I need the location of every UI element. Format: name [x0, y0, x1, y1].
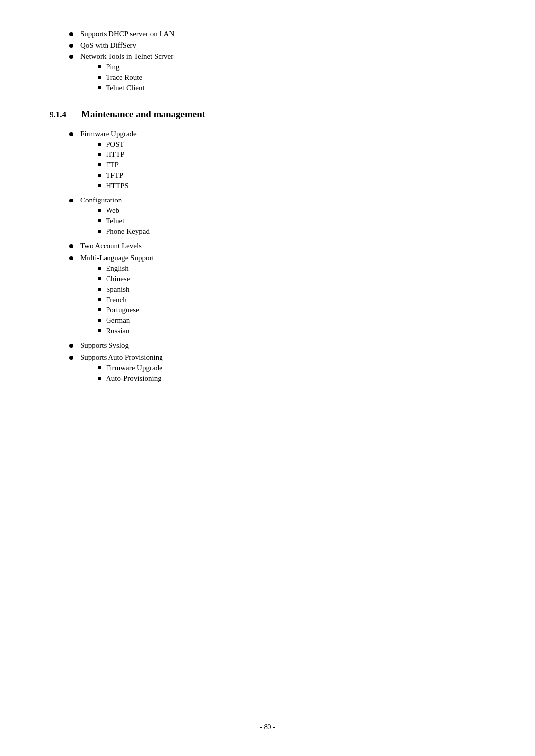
- list-item: Supports DHCP server on LAN: [69, 30, 485, 38]
- sub-item-text: Telnet: [106, 217, 124, 225]
- bullet-circle-icon: [69, 344, 73, 348]
- bullet-square-icon: [98, 184, 101, 187]
- bullet-square-icon: [98, 65, 101, 68]
- list-item: Phone Keypad: [98, 227, 150, 236]
- bullet-square-icon: [98, 298, 101, 301]
- bullet-square-icon: [98, 143, 101, 146]
- sub-item-text: Russian: [106, 327, 130, 335]
- sub-item-text: English: [106, 264, 129, 273]
- list-item: Spanish: [98, 285, 154, 294]
- sub-item-text: Web: [106, 206, 119, 215]
- page-content: Supports DHCP server on LAN QoS with Dif…: [50, 30, 485, 385]
- list-item: German: [98, 316, 154, 325]
- bullet-square-icon: [98, 86, 101, 89]
- bullet-circle-icon: [69, 132, 73, 136]
- item-text: Configuration: [80, 196, 122, 204]
- item-text: Network Tools in Telnet Server: [80, 52, 173, 61]
- list-item: Ping: [98, 63, 173, 71]
- bullet-circle-icon: [69, 32, 73, 36]
- item-with-sub: Supports Auto Provisioning Firmware Upgr…: [69, 353, 163, 385]
- list-item: Web: [98, 206, 150, 215]
- bullet-square-icon: [98, 174, 101, 177]
- item-text: QoS with DiffServ: [80, 41, 136, 50]
- list-item: HTTP: [98, 151, 137, 159]
- sub-list: English Chinese Spanish French: [98, 264, 154, 335]
- sub-item-text: POST: [106, 140, 124, 149]
- list-item: FTP: [98, 161, 137, 169]
- list-item: QoS with DiffServ: [69, 41, 485, 50]
- top-continuation-list: Supports DHCP server on LAN QoS with Dif…: [69, 30, 485, 94]
- list-item: POST: [98, 140, 137, 149]
- bullet-circle-icon: [69, 55, 73, 59]
- bullet-square-icon: [98, 163, 101, 166]
- bullet-square-icon: [98, 277, 101, 280]
- bullet-square-icon: [98, 319, 101, 322]
- list-item: Russian: [98, 327, 154, 335]
- list-item: Configuration Web Telnet Phone Keypad: [69, 196, 485, 238]
- sub-item-text: Portuguese: [106, 306, 139, 314]
- list-item: Multi-Language Support English Chinese S…: [69, 254, 485, 337]
- bullet-circle-icon: [69, 256, 73, 260]
- bullet-circle-icon: [69, 356, 73, 360]
- sub-item-text: Chinese: [106, 275, 130, 283]
- item-with-sub: Firmware Upgrade POST HTTP FTP: [69, 130, 137, 192]
- item-text: Firmware Upgrade: [80, 130, 137, 138]
- bullet-circle-icon: [69, 199, 73, 202]
- sub-item-text: Spanish: [106, 285, 130, 294]
- item-with-sub: Network Tools in Telnet Server Ping Trac…: [69, 52, 173, 94]
- list-item: Supports Auto Provisioning Firmware Upgr…: [69, 353, 485, 385]
- bullet-square-icon: [98, 209, 101, 212]
- sub-list: Ping Trace Route Telnet Client: [98, 63, 173, 92]
- item-text: Supports Auto Provisioning: [80, 353, 163, 362]
- list-item: Portuguese: [98, 306, 154, 314]
- bullet-square-icon: [98, 377, 101, 380]
- bullet-square-icon: [98, 153, 101, 156]
- sub-item-text: FTP: [106, 161, 119, 169]
- sub-item-text: Telnet Client: [106, 84, 145, 92]
- list-item: HTTPS: [98, 182, 137, 190]
- list-item: Supports Syslog: [69, 341, 485, 350]
- sub-item-text: German: [106, 316, 130, 325]
- bullet-square-icon: [98, 366, 101, 369]
- section-number: 9.1.4: [50, 110, 66, 120]
- section-heading: 9.1.4 Maintenance and management: [50, 109, 485, 120]
- sub-item-text: French: [106, 296, 127, 304]
- bullet-square-icon: [98, 288, 101, 291]
- main-list: Firmware Upgrade POST HTTP FTP: [69, 130, 485, 385]
- list-item: French: [98, 296, 154, 304]
- sub-item-text: TFTP: [106, 171, 123, 180]
- bullet-square-icon: [98, 76, 101, 79]
- bullet-circle-icon: [69, 244, 73, 248]
- sub-list: POST HTTP FTP TFTP: [98, 140, 137, 190]
- list-item: Two Account Levels: [69, 242, 485, 250]
- bullet-square-icon: [98, 230, 101, 233]
- section-title: Maintenance and management: [81, 109, 205, 120]
- sub-list: Firmware Upgrade Auto-Provisioning: [98, 364, 163, 383]
- list-item: Trace Route: [98, 73, 173, 82]
- page-number: - 80 -: [260, 723, 276, 731]
- list-item: English: [98, 264, 154, 273]
- list-item: Auto-Provisioning: [98, 374, 163, 383]
- list-item: Firmware Upgrade POST HTTP FTP: [69, 130, 485, 192]
- sub-item-text: Auto-Provisioning: [106, 374, 161, 383]
- list-item: TFTP: [98, 171, 137, 180]
- item-text: Supports Syslog: [80, 341, 129, 350]
- sub-item-text: Trace Route: [106, 73, 142, 82]
- sub-item-text: Phone Keypad: [106, 227, 150, 236]
- bullet-square-icon: [98, 219, 101, 222]
- item-text: Supports DHCP server on LAN: [80, 30, 174, 38]
- bullet-square-icon: [98, 308, 101, 311]
- list-item: Firmware Upgrade: [98, 364, 163, 372]
- item-text: Multi-Language Support: [80, 254, 154, 262]
- list-item: Telnet: [98, 217, 150, 225]
- item-text: Two Account Levels: [80, 242, 142, 250]
- item-with-sub: Configuration Web Telnet Phone Keypad: [69, 196, 150, 238]
- page-footer: - 80 -: [0, 723, 535, 731]
- sub-item-text: Ping: [106, 63, 120, 71]
- list-item: Network Tools in Telnet Server Ping Trac…: [69, 52, 485, 94]
- sub-item-text: Firmware Upgrade: [106, 364, 162, 372]
- list-item: Telnet Client: [98, 84, 173, 92]
- list-item: Chinese: [98, 275, 154, 283]
- sub-item-text: HTTPS: [106, 182, 129, 190]
- bullet-square-icon: [98, 267, 101, 270]
